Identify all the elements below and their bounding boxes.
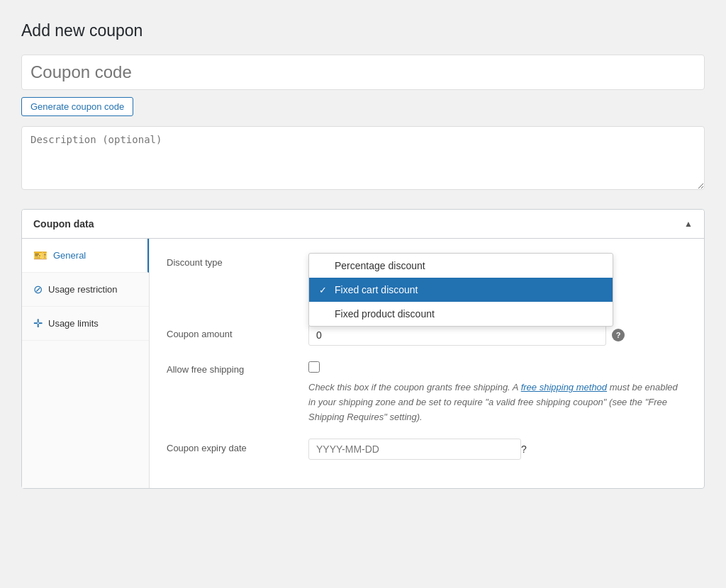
discount-type-label: Discount type bbox=[167, 253, 308, 268]
tab-general-label: General bbox=[53, 250, 86, 261]
allow-free-shipping-label: Allow free shipping bbox=[167, 360, 308, 375]
dropdown-option-percentage[interactable]: Percentage discount bbox=[309, 254, 613, 278]
tab-usage-restriction-label: Usage restriction bbox=[48, 284, 118, 295]
generate-coupon-button[interactable]: Generate coupon code bbox=[21, 97, 133, 116]
restriction-icon: ⊘ bbox=[33, 283, 43, 296]
coupon-expiry-date-field: Coupon expiry date ? bbox=[167, 439, 687, 460]
fixed-product-check bbox=[319, 309, 329, 320]
tab-general[interactable]: 🎫 General bbox=[22, 239, 149, 273]
panel-collapse-icon[interactable]: ▲ bbox=[684, 219, 693, 229]
coupon-data-header[interactable]: Coupon data ▲ bbox=[22, 210, 704, 239]
coupon-data-content: Discount type Percentage discount ✓ Fixe… bbox=[150, 239, 704, 488]
coupon-amount-control: ? bbox=[308, 324, 687, 346]
dropdown-menu: Percentage discount ✓ Fixed cart discoun… bbox=[308, 253, 613, 327]
coupon-code-input[interactable] bbox=[21, 55, 705, 90]
allow-free-shipping-control: Check this box if the coupon grants free… bbox=[308, 360, 687, 424]
limits-icon: ✛ bbox=[33, 317, 43, 330]
general-icon: 🎫 bbox=[33, 249, 48, 262]
percentage-check bbox=[319, 261, 329, 271]
coupon-expiry-date-label: Coupon expiry date bbox=[167, 439, 308, 453]
help-icon[interactable]: ? bbox=[612, 329, 625, 341]
free-shipping-link[interactable]: free shipping method bbox=[521, 382, 607, 392]
description-input[interactable] bbox=[21, 126, 705, 190]
tab-usage-restriction[interactable]: ⊘ Usage restriction bbox=[22, 273, 149, 307]
sidebar-tabs: 🎫 General ⊘ Usage restriction ✛ Usage li… bbox=[22, 239, 150, 488]
percentage-label: Percentage discount bbox=[335, 260, 425, 271]
dropdown-option-fixed-cart[interactable]: ✓ Fixed cart discount bbox=[309, 278, 613, 302]
coupon-data-body: 🎫 General ⊘ Usage restriction ✛ Usage li… bbox=[22, 239, 704, 488]
allow-free-shipping-field: Allow free shipping Check this box if th… bbox=[167, 360, 687, 424]
coupon-data-panel: Coupon data ▲ 🎫 General ⊘ Usage restrict… bbox=[21, 209, 705, 489]
coupon-expiry-date-control: ? bbox=[308, 439, 687, 460]
coupon-data-title: Coupon data bbox=[33, 218, 94, 230]
coupon-amount-label: Coupon amount bbox=[167, 324, 308, 339]
page-title: Add new coupon bbox=[21, 21, 705, 40]
fixed-cart-check: ✓ bbox=[319, 285, 329, 295]
fixed-product-label: Fixed product discount bbox=[335, 308, 435, 320]
free-shipping-checkbox[interactable] bbox=[308, 361, 320, 373]
coupon-amount-input[interactable] bbox=[308, 324, 606, 346]
discount-type-field: Discount type Percentage discount ✓ Fixe… bbox=[167, 253, 687, 268]
free-shipping-desc-before: Check this box if the coupon grants free… bbox=[308, 382, 521, 392]
expiry-help-icon[interactable]: ? bbox=[521, 443, 527, 455]
coupon-expiry-input[interactable] bbox=[308, 439, 521, 460]
coupon-amount-field: Coupon amount ? bbox=[167, 324, 687, 346]
tab-usage-limits-label: Usage limits bbox=[48, 318, 99, 329]
fixed-cart-label: Fixed cart discount bbox=[335, 284, 418, 295]
tab-usage-limits[interactable]: ✛ Usage limits bbox=[22, 307, 149, 341]
free-shipping-description: Check this box if the coupon grants free… bbox=[308, 380, 687, 424]
dropdown-option-fixed-product[interactable]: Fixed product discount bbox=[309, 302, 613, 326]
